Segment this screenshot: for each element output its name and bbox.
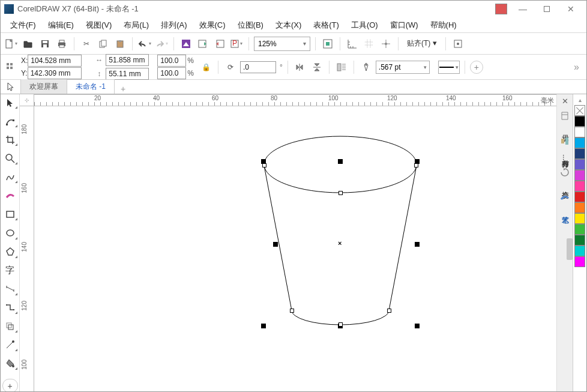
menu-text[interactable]: 文本(X): [269, 18, 307, 32]
artistic-media-tool[interactable]: [2, 188, 18, 202]
add-preset-button[interactable]: +: [470, 61, 483, 74]
line-style-select[interactable]: [438, 61, 460, 74]
node-left[interactable]: [262, 163, 266, 167]
import-button[interactable]: [196, 37, 210, 51]
export-button[interactable]: [212, 37, 227, 51]
node-bottom-body[interactable]: [339, 322, 343, 327]
color-swatch[interactable]: [574, 235, 585, 246]
color-swatch[interactable]: [574, 246, 585, 256]
zoom-tool[interactable]: [2, 151, 18, 165]
paste-button[interactable]: [113, 37, 127, 51]
handle-mr[interactable]: [415, 242, 420, 247]
print-button[interactable]: [55, 37, 69, 51]
selection-center-icon[interactable]: ×: [338, 240, 342, 247]
wrap-text-button[interactable]: [334, 60, 349, 74]
align-docker-icon[interactable]: [559, 135, 571, 147]
scale-x-input[interactable]: 100.0: [157, 55, 186, 67]
parallel-dim-tool[interactable]: [2, 282, 18, 296]
color-swatch[interactable]: [574, 181, 585, 191]
show-grid-button[interactable]: [362, 37, 376, 51]
undo-button[interactable]: [137, 37, 152, 51]
rotation-input[interactable]: .0: [240, 61, 276, 73]
outline-width-select[interactable]: .567 pt: [376, 61, 430, 74]
search-content-button[interactable]: [179, 37, 193, 51]
menu-layout[interactable]: 布局(L): [118, 18, 155, 32]
color-swatch[interactable]: [574, 202, 585, 213]
node-bottom-ellipse[interactable]: [339, 191, 343, 195]
handle-ml[interactable]: [273, 242, 278, 247]
color-swatch[interactable]: [574, 213, 585, 224]
color-swatch[interactable]: [574, 116, 585, 127]
color-swatch[interactable]: [574, 224, 585, 235]
effects-tool[interactable]: [2, 319, 18, 333]
customize-toolbox-button[interactable]: +: [2, 379, 18, 392]
open-button[interactable]: [21, 37, 35, 51]
swatch-none[interactable]: [574, 105, 585, 116]
transform-docker-tab[interactable]: 变换: [560, 182, 570, 189]
pick-tool-quick[interactable]: [1, 79, 21, 94]
color-swatch[interactable]: [574, 137, 585, 148]
pick-tool[interactable]: [2, 95, 18, 109]
node-bl-body[interactable]: [290, 309, 294, 313]
menu-effects[interactable]: 效果(C): [193, 18, 232, 32]
minimize-button[interactable]: —: [511, 2, 535, 16]
hints-docker-tab[interactable]: 提示: [560, 125, 570, 133]
menu-arrange[interactable]: 排列(A): [155, 18, 193, 32]
snap-to-button[interactable]: 贴齐(T) ▾: [403, 37, 441, 50]
rectangle-tool[interactable]: [2, 207, 18, 221]
handle-bl[interactable]: [261, 324, 266, 328]
polygon-tool[interactable]: [2, 245, 18, 259]
fill-tool[interactable]: [2, 357, 18, 370]
tab-document[interactable]: 未命名 -1: [67, 79, 115, 94]
crop-tool[interactable]: [2, 133, 18, 146]
show-guides-button[interactable]: [379, 37, 393, 51]
docker-scrollbar[interactable]: [567, 238, 573, 260]
shape-tool[interactable]: [2, 114, 18, 128]
maximize-button[interactable]: [535, 2, 559, 16]
text-tool[interactable]: 字: [2, 264, 18, 277]
options-button[interactable]: [451, 37, 465, 51]
scale-y-input[interactable]: 100.0: [157, 67, 186, 79]
toolbar-overflow-button[interactable]: »: [574, 62, 579, 73]
cup-shape[interactable]: [34, 106, 556, 392]
color-swatch[interactable]: [574, 159, 585, 170]
save-button[interactable]: [38, 37, 52, 51]
cut-button[interactable]: ✂: [79, 37, 94, 51]
eyedropper-tool[interactable]: [2, 338, 18, 352]
add-tab-button[interactable]: +: [115, 84, 131, 94]
handle-tm[interactable]: [338, 159, 343, 164]
fullscreen-preview-button[interactable]: [321, 37, 335, 51]
menu-bitmap[interactable]: 位图(B): [232, 18, 269, 32]
node-br-body[interactable]: [387, 309, 391, 313]
close-button[interactable]: ✕: [559, 2, 583, 16]
color-swatch[interactable]: [574, 170, 585, 181]
redo-button[interactable]: [154, 37, 169, 51]
user-avatar-icon[interactable]: [495, 4, 507, 14]
vertical-ruler[interactable]: 180 160 140 120 100: [20, 106, 34, 392]
align-docker-tab[interactable]: 对齐与分布...: [560, 151, 570, 164]
artpen-docker-icon[interactable]: [559, 191, 571, 204]
width-input[interactable]: 51.858 mm: [106, 54, 149, 66]
mirror-v-button[interactable]: [310, 60, 324, 74]
drawing-canvas[interactable]: ×: [34, 106, 556, 392]
x-position-input[interactable]: 104.528 mm: [28, 55, 82, 67]
ellipse-tool[interactable]: [2, 226, 18, 240]
publish-pdf-button[interactable]: P: [229, 37, 244, 51]
transform-docker-icon[interactable]: [559, 166, 571, 178]
mirror-h-button[interactable]: [293, 60, 307, 74]
color-swatch[interactable]: [574, 127, 585, 137]
height-input[interactable]: 55.11 mm: [106, 68, 149, 80]
menu-window[interactable]: 窗口(W): [384, 18, 424, 32]
lock-ratio-button[interactable]: 🔒: [199, 60, 213, 74]
ruler-origin[interactable]: ⊹: [20, 94, 34, 106]
menu-view[interactable]: 视图(V): [80, 18, 118, 32]
palette-scroll-up[interactable]: ▴: [579, 94, 582, 105]
hints-docker-icon[interactable]: [559, 110, 571, 122]
menu-table[interactable]: 表格(T): [307, 18, 345, 32]
menu-help[interactable]: 帮助(H): [424, 18, 463, 32]
copy-button[interactable]: [96, 37, 110, 51]
freehand-tool[interactable]: [2, 170, 18, 184]
menu-file[interactable]: 文件(F): [4, 18, 42, 32]
connector-tool[interactable]: [2, 301, 18, 315]
menu-tools[interactable]: 工具(O): [345, 18, 384, 32]
